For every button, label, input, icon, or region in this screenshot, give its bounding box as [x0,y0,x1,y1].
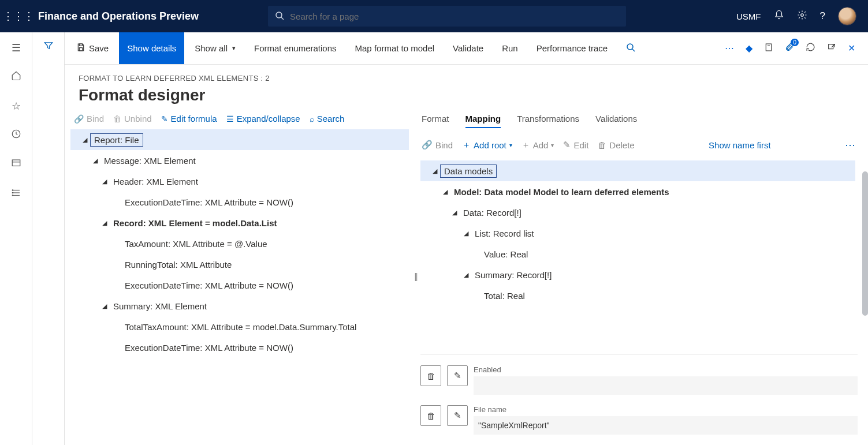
prop-enabled-label: Enabled [474,365,858,374]
tree-node-record-exec[interactable]: ExecutionDateTime: XML Attribute = NOW() [70,275,409,296]
modules-icon[interactable] [11,188,21,201]
right-toolbar: 🔗Bind ＋Add root▾ ＋Add▾ ✎Edit 🗑Delete Sho… [420,133,858,157]
trash-icon: 🗑 [598,140,606,150]
chevron-down-icon: ▾ [232,44,236,52]
waffle-icon[interactable]: ⋮⋮⋮ [5,10,32,23]
filter-icon[interactable] [43,40,54,445]
gear-icon[interactable] [797,10,807,23]
search-icon [275,11,284,22]
edit-button[interactable]: ✎Edit [563,140,588,150]
attach-button[interactable]: 0 [785,42,794,55]
tab-transformations[interactable]: Transformations [517,114,579,128]
workspace-icon[interactable] [11,158,21,171]
map-format-button[interactable]: Map format to model [347,32,443,64]
pencil-icon: ✎ [563,140,571,150]
avatar[interactable] [838,7,856,25]
svg-rect-13 [79,48,82,51]
help-icon[interactable]: ? [820,10,825,22]
filter-column [32,32,65,445]
format-tree: ◢Report: File ◢Message: XML Element ◢Hea… [70,129,411,445]
prop-filename-label: File name [474,405,858,414]
plus-icon: ＋ [462,140,471,151]
save-button[interactable]: Save [68,32,117,64]
svg-point-14 [627,44,633,50]
expand-collapse-button[interactable]: ☰Expand/collapse [226,114,300,124]
scrollbar[interactable] [862,171,868,316]
tab-validations[interactable]: Validations [595,114,637,128]
format-enumerations-button[interactable]: Format enumerations [246,32,345,64]
model-node-list[interactable]: ◢List: Record list [420,223,855,244]
prop-enabled-edit[interactable]: ✎ [447,365,468,386]
prop-filename-input[interactable] [474,416,858,435]
tree-node-summary[interactable]: ◢Summary: XML Element [70,296,409,316]
search-input[interactable] [290,12,619,21]
find-button[interactable] [618,32,643,64]
breadcrumb: FORMAT TO LEARN DEFERRED XML ELEMENTS : … [79,74,854,83]
tree-node-header-exec[interactable]: ExecutionDateTime: XML Attribute = NOW() [70,192,409,212]
tab-format[interactable]: Format [422,114,449,128]
tree-node-total[interactable]: TotalTaxAmount: XML Attribute = model.Da… [70,316,409,337]
prop-filename-edit[interactable]: ✎ [447,405,468,426]
splitter[interactable]: ‖ [411,108,420,445]
svg-rect-16 [766,44,771,51]
model-node-summary[interactable]: ◢Summary: Record[!] [420,264,855,285]
more-icon[interactable]: ⋯ [725,43,734,54]
add-button[interactable]: ＋Add▾ [521,140,554,151]
app-title: Finance and Operations Preview [32,10,199,23]
plus-icon: ＋ [521,140,530,151]
model-node-value[interactable]: Value: Real [420,244,855,264]
popout-icon[interactable] [827,43,836,54]
dataverse-icon[interactable]: ◆ [746,43,752,54]
model-tree: ◢Data models ◢Model: Data model Model to… [420,160,858,343]
more-icon[interactable]: ⋯ [845,139,856,151]
tree-search-button[interactable]: ⌕Search [310,114,345,124]
chevron-down-icon: ▾ [509,142,512,148]
hamburger-icon[interactable]: ☰ [12,42,21,54]
model-node-total[interactable]: Total: Real [420,285,855,306]
tree-node-message[interactable]: ◢Message: XML Element [70,150,409,171]
add-root-button[interactable]: ＋Add root▾ [462,140,512,151]
recent-icon[interactable] [11,129,21,142]
prop-filename-delete[interactable]: 🗑 [420,405,441,426]
home-icon[interactable] [11,70,21,84]
model-node-model[interactable]: ◢Model: Data model Model to learn deferr… [420,181,855,202]
edit-formula-button[interactable]: ✎Edit formula [161,114,217,124]
validate-button[interactable]: Validate [445,32,491,64]
office-icon[interactable] [764,42,773,55]
show-details-button[interactable]: Show details [119,32,184,64]
tree-node-report[interactable]: ◢Report: File [70,129,409,150]
page-title: Format designer [79,86,854,104]
svg-line-15 [632,49,635,51]
prop-enabled-input[interactable] [474,376,858,395]
svg-line-1 [281,17,284,20]
search-icon [626,43,635,54]
close-icon[interactable]: ✕ [848,43,855,54]
svg-point-0 [276,12,282,18]
tree-node-record[interactable]: ◢Record: XML Element = model.Data.List [70,212,409,233]
tree-node-tax[interactable]: TaxAmount: XML Attribute = @.Value [70,233,409,254]
refresh-icon[interactable] [806,42,815,54]
star-icon[interactable]: ☆ [12,100,21,113]
unbind-button[interactable]: 🗑Unbind [113,114,152,124]
delete-button[interactable]: 🗑Delete [598,140,634,150]
bell-icon[interactable] [774,10,784,23]
left-toolbar: 🔗Bind 🗑Unbind ✎Edit formula ☰Expand/coll… [70,108,411,129]
tree-node-running[interactable]: RunningTotal: XML Attribute [70,254,409,275]
search-icon: ⌕ [310,114,314,124]
performance-trace-button[interactable]: Performance trace [528,32,616,64]
run-button[interactable]: Run [494,32,526,64]
company-code[interactable]: USMF [736,12,761,21]
show-all-button[interactable]: Show all ▾ [187,32,244,64]
top-navbar: ⋮⋮⋮ Finance and Operations Preview USMF … [0,0,868,32]
bind-button[interactable]: 🔗Bind [74,114,104,124]
show-name-first-button[interactable]: Show name first [709,140,771,150]
tree-node-summary-exec[interactable]: ExecutionDateTime: XML Attribute = NOW() [70,337,409,358]
model-node-data[interactable]: ◢Data: Record[!] [420,202,855,223]
svg-rect-4 [12,160,20,166]
global-search[interactable] [268,6,626,27]
model-node-root[interactable]: ◢Data models [420,160,855,181]
prop-enabled-delete[interactable]: 🗑 [420,365,441,386]
r-bind-button[interactable]: 🔗Bind [422,140,453,150]
tab-mapping[interactable]: Mapping [465,114,501,128]
tree-node-header[interactable]: ◢Header: XML Element [70,171,409,192]
